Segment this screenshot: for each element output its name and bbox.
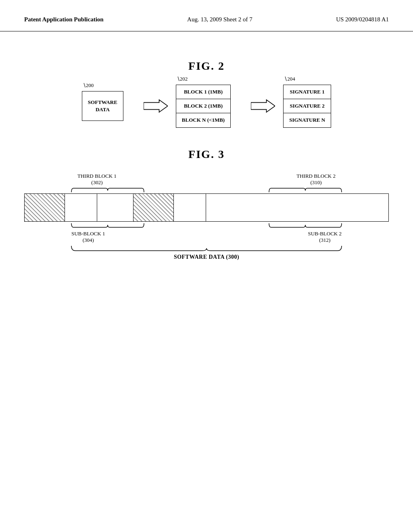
cell-2 [65, 194, 97, 221]
sig1-box: SIGNATURE 1 [283, 85, 331, 99]
signatures-group: ∖204 SIGNATURE 1 SIGNATURE 2 SIGNATURE N [283, 85, 331, 128]
top-brace-left-svg [69, 187, 146, 193]
cell-4-hatched [133, 194, 174, 221]
cell-3 [97, 194, 133, 221]
sub-brace1-svg [69, 222, 146, 228]
third-block2-ref: (310) [296, 179, 336, 186]
third-block2-label-group: THIRD BLOCK 2 (310) [296, 173, 336, 186]
header-right: US 2009/0204818 A1 [336, 16, 389, 23]
cell-1-hatched [25, 194, 65, 221]
third-block1-label: THIRD BLOCK 1 [77, 173, 117, 179]
page-header: Patent Application Publication Aug. 13, … [0, 0, 413, 31]
blockN-box: BLOCK N (<1MB) [176, 113, 231, 127]
main-content: FIG. 2 ∖200 SOFTWAREDATA ∖202 BLOCK 1 (1… [0, 31, 413, 285]
software-data-label: SOFTWARE DATA (300) [174, 254, 239, 260]
fig3-top-labels: THIRD BLOCK 1 (302) THIRD BLOCK 2 (310) [69, 173, 344, 186]
blocks-box-group: BLOCK 1 (1MB) BLOCK 2 (1MB) BLOCK N (<1M… [176, 85, 231, 128]
third-block1-ref: (302) [77, 179, 117, 186]
main-brace-svg [69, 245, 344, 251]
blocks-group: ∖202 BLOCK 1 (1MB) BLOCK 2 (1MB) BLOCK N… [176, 85, 231, 128]
arrow2-svg [251, 98, 275, 114]
sub-block1-label: SUB-BLOCK 1 [71, 231, 105, 237]
cell-5 [174, 194, 206, 221]
fig3-blocks-row [24, 193, 389, 222]
fig3-label: FIG. 3 [24, 148, 389, 161]
top-brace-right-svg [267, 187, 344, 193]
sub-block1-label-group: SUB-BLOCK 1 (304) [71, 231, 105, 243]
header-left: Patent Application Publication [24, 16, 104, 23]
sigN-box: SIGNATURE N [283, 113, 331, 127]
arrow1-svg [144, 98, 168, 114]
header-center: Aug. 13, 2009 Sheet 2 of 7 [187, 16, 252, 23]
software-data-group: ∖200 SOFTWAREDATA [82, 91, 123, 121]
fig2-diagram: ∖200 SOFTWAREDATA ∖202 BLOCK 1 (1MB) BLO… [24, 85, 389, 128]
sub-brace2-svg [267, 222, 344, 228]
sub-braces-row [69, 222, 344, 228]
third-block1-label-group: THIRD BLOCK 1 (302) [77, 173, 117, 186]
fig2-label: FIG. 2 [24, 60, 389, 73]
ref-204: ∖204 [284, 76, 295, 82]
signatures-box-group: SIGNATURE 1 SIGNATURE 2 SIGNATURE N [283, 85, 331, 128]
fig3-diagram: THIRD BLOCK 1 (302) THIRD BLOCK 2 (310) [24, 173, 389, 260]
block2-box: BLOCK 2 (1MB) [176, 99, 231, 113]
block1-box: BLOCK 1 (1MB) [176, 85, 231, 99]
ref-200: ∖200 [83, 82, 94, 89]
cell-6 [206, 194, 388, 221]
third-block2-label: THIRD BLOCK 2 [296, 173, 336, 179]
arrow1 [144, 98, 168, 114]
sub-block2-ref: (312) [308, 237, 342, 243]
sub-block2-label: SUB-BLOCK 2 [308, 231, 342, 237]
svg-marker-0 [144, 100, 168, 112]
ref-202: ∖202 [177, 76, 188, 82]
bottom-brace-area: SUB-BLOCK 1 (304) SUB-BLOCK 2 (312) SOFT… [69, 222, 344, 260]
sig2-box: SIGNATURE 2 [283, 99, 331, 113]
software-data-box: SOFTWAREDATA [82, 91, 123, 121]
arrow2 [251, 98, 275, 114]
sub-block2-label-group: SUB-BLOCK 2 (312) [308, 231, 342, 243]
top-braces [69, 187, 344, 193]
sub-block1-ref: (304) [71, 237, 105, 243]
fig3-sub-labels: SUB-BLOCK 1 (304) SUB-BLOCK 2 (312) [69, 231, 344, 243]
svg-marker-1 [251, 100, 275, 112]
